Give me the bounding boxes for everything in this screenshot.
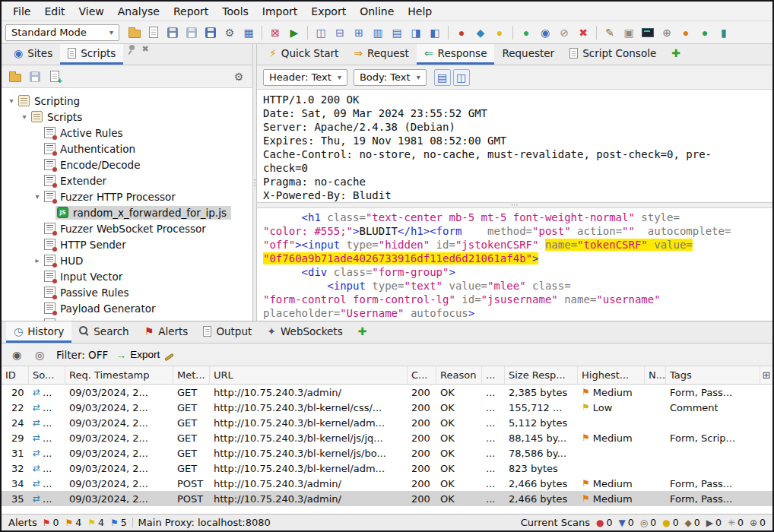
bottom-tab-websockets[interactable]: ✦WebSockets	[259, 321, 350, 343]
low-alerts[interactable]: ⚑4	[87, 517, 104, 528]
new-script-icon[interactable]: +	[46, 68, 64, 86]
sites-scan-counter[interactable]: ●0	[596, 517, 612, 528]
spider-counter[interactable]: ▼0	[619, 517, 634, 528]
break-points-counter[interactable]: ✳0	[728, 517, 744, 528]
column-header-so[interactable]: So...	[29, 366, 65, 384]
work-tab-requester[interactable]: Requester	[494, 44, 562, 65]
fuzz-payloads-icon[interactable]: ▣	[620, 24, 638, 42]
history-row-22[interactable]: 22⇄...09/03/2024, 2...GEThttp://10.75.24…	[2, 400, 772, 415]
response-header-pane[interactable]: HTTP/1.0 200 OKDate: Sat, 09 Mar 2024 23…	[257, 90, 772, 202]
layout-right-icon[interactable]: ◨	[407, 24, 425, 42]
tree-item-authentication[interactable]: Authentication	[2, 141, 252, 157]
layout-split-horizontal-icon[interactable]: ⊟	[331, 24, 349, 42]
table-config-icon[interactable]: ⊞	[760, 366, 772, 384]
active-scan-shortcut-icon[interactable]: ●	[696, 24, 714, 42]
session-properties-icon[interactable]: ⚙	[220, 24, 239, 42]
history-row-35[interactable]: 35⇄...09/03/2024, 2...POSThttp://10.75.2…	[2, 491, 772, 506]
open-session-icon[interactable]	[125, 24, 144, 42]
column-header-id[interactable]: ID	[2, 366, 29, 384]
target-scope-icon[interactable]: ⊕	[658, 24, 676, 42]
info-alerts[interactable]: ⚑5	[110, 517, 127, 528]
tree-closed-arrow-icon[interactable]: ▸	[32, 256, 43, 264]
active-scan-counter[interactable]: ◎0	[640, 517, 656, 528]
tree-item-fuzzer-websocket-processor[interactable]: Fuzzer WebSocket Processor	[2, 220, 252, 236]
ajax-spider-counter[interactable]: ◆0	[685, 517, 700, 528]
tree-open-arrow-icon[interactable]: ▾	[6, 97, 17, 105]
bottom-tab-output[interactable]: Output	[195, 321, 259, 343]
layout-columns-icon[interactable]: ▥	[369, 24, 387, 42]
column-header-url[interactable]: URL	[210, 366, 408, 384]
view-split-button[interactable]: ◫	[453, 69, 470, 86]
run-script-icon[interactable]: ▶	[285, 24, 303, 42]
history-row-31[interactable]: 31⇄...09/03/2024, 2...GEThttp://10.75.24…	[2, 445, 772, 461]
bottom-tab-search[interactable]: Search	[71, 321, 136, 343]
tree-item-scripting[interactable]: ▾Scripting	[2, 93, 252, 109]
record-on-icon[interactable]: ●	[517, 24, 535, 42]
menu-file[interactable]: File	[6, 2, 37, 21]
layout-left-icon[interactable]: ◧	[426, 24, 444, 42]
tree-item-input-vector[interactable]: Input Vector	[2, 268, 252, 284]
work-tab-request[interactable]: ⇒Request	[346, 44, 417, 65]
brush-icon[interactable]	[164, 353, 174, 361]
snapshot-session-icon[interactable]	[201, 24, 220, 42]
tree-item-hud[interactable]: ▸HUD	[2, 252, 252, 268]
work-tab-quick-start[interactable]: ⚡Quick Start	[262, 44, 346, 65]
menu-tools[interactable]: Tools	[215, 2, 255, 21]
menu-analyse[interactable]: Analyse	[111, 2, 167, 21]
column-header-c[interactable]: C...	[408, 366, 436, 384]
access-control-counter[interactable]: ⊕0	[750, 517, 766, 528]
tree-item-passive-rules[interactable]: Passive Rules	[2, 284, 252, 300]
spider-scan-icon[interactable]: ●	[677, 24, 695, 42]
discard-icon[interactable]: ✖	[574, 24, 592, 42]
tree-item-encode-decode[interactable]: Encode/Decode	[2, 157, 252, 173]
header-view-select[interactable]: Header: Text ▾	[263, 69, 347, 86]
break-off-icon[interactable]: ⊘	[555, 24, 573, 42]
pin-icon[interactable]	[126, 44, 136, 55]
menu-import[interactable]: Import	[255, 2, 304, 21]
manage-add-ons-icon[interactable]: ▦	[239, 24, 258, 42]
bug-icon[interactable]: ●	[452, 24, 471, 42]
script-console-shortcut-icon[interactable]	[639, 24, 657, 42]
fuzzer-counter[interactable]: ▶0	[706, 517, 722, 528]
menu-view[interactable]: View	[72, 2, 111, 21]
tree-item-fuzzer-http-processor[interactable]: ▾Fuzzer HTTP Processor	[2, 188, 252, 204]
mode-select[interactable]: Standard Mode ▾	[5, 24, 119, 41]
persist-session-icon[interactable]	[163, 24, 182, 42]
column-header-n[interactable]: N...	[645, 366, 666, 384]
tree-open-arrow-icon[interactable]: ▾	[19, 112, 30, 121]
work-tab-response[interactable]: ⇐Response	[417, 44, 495, 65]
menu-export[interactable]: Export	[304, 2, 353, 21]
side-panel-icon[interactable]: ▮	[715, 24, 733, 42]
medium-alerts[interactable]: ⚑4	[65, 517, 81, 528]
history-row-32[interactable]: 32⇄...09/03/2024, 2...GEThttp://10.75.24…	[2, 461, 772, 476]
high-alerts[interactable]: ⚑0	[43, 517, 59, 528]
save-session-icon[interactable]	[182, 24, 201, 42]
work-add-tab[interactable]: ✚	[664, 44, 688, 65]
column-header-req-timestamp[interactable]: Req. Timestamp	[65, 366, 173, 384]
column-header-blank[interactable]: ...	[482, 366, 505, 384]
left-tab-sites[interactable]: ◉Sites	[6, 44, 60, 65]
tree-options-gear-icon[interactable]: ⚙	[230, 68, 248, 86]
column-header-reason[interactable]: Reason	[436, 366, 482, 384]
history-row-29[interactable]: 29⇄...09/03/2024, 2...GEThttp://10.75.24…	[2, 430, 772, 445]
tree-item-random-x-forwarded-for-ip-js[interactable]: JSrandom_x_forwarded_for_ip.js	[2, 204, 252, 220]
response-body-pane[interactable]: <h1 class="text-center mb-5 mt-5 font-we…	[257, 208, 772, 321]
layout-rows-icon[interactable]: ▤	[388, 24, 406, 42]
remove-page-icon[interactable]: ⊠	[266, 24, 284, 42]
work-tab-script-console[interactable]: Script Console	[562, 44, 664, 65]
body-view-select[interactable]: Body: Text ▾	[354, 69, 427, 86]
menu-edit[interactable]: Edit	[37, 2, 71, 21]
history-scope-icon[interactable]: ◉	[8, 346, 26, 364]
column-header-tags[interactable]: Tags	[666, 366, 760, 384]
tree-open-arrow-icon[interactable]: ▾	[32, 192, 43, 201]
bottom-tab-alerts[interactable]: ⚑Alerts	[137, 321, 196, 343]
column-header-size-resp[interactable]: Size Resp...	[505, 366, 578, 384]
column-header-met[interactable]: Met...	[173, 366, 210, 384]
response-splitter[interactable]: ⋯	[257, 202, 772, 208]
close-icon[interactable]: ✖	[141, 44, 148, 65]
menu-report[interactable]: Report	[167, 2, 215, 21]
edit-request-icon[interactable]: ✎	[601, 24, 619, 42]
tree-item-http-sender[interactable]: HTTP Sender	[2, 236, 252, 252]
tree-item-extender[interactable]: Extender	[2, 173, 252, 188]
tree-item-payload-generator[interactable]: Payload Generator	[2, 300, 252, 316]
